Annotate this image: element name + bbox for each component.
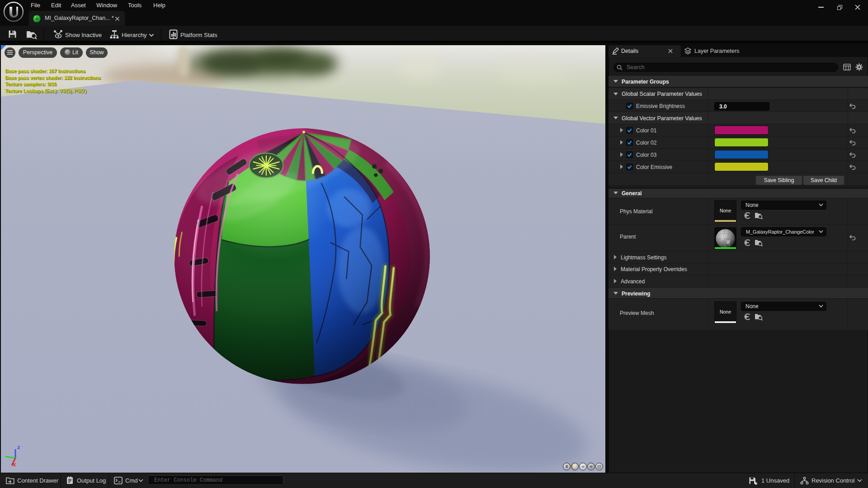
svg-text:z: z xyxy=(17,444,20,450)
svg-text:x: x xyxy=(13,461,16,468)
